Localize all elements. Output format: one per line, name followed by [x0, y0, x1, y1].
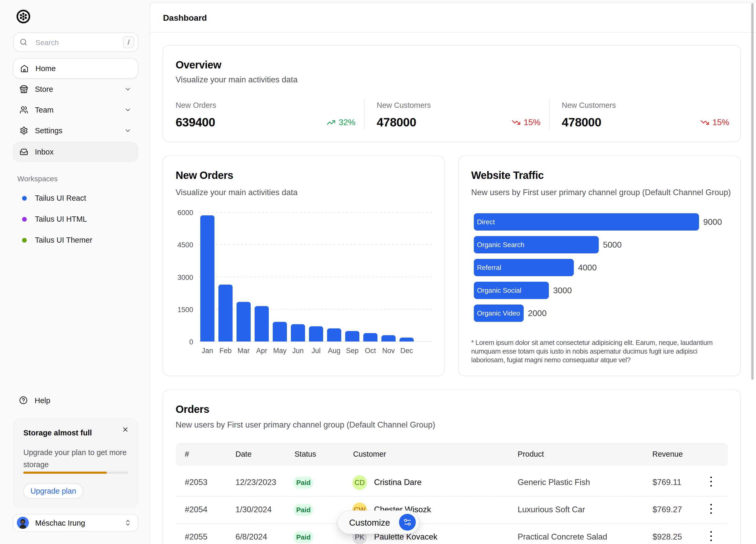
svg-text:Sep: Sep [346, 347, 359, 355]
svg-text:0: 0 [189, 338, 193, 346]
svg-text:6000: 6000 [177, 209, 193, 217]
svg-text:1500: 1500 [177, 306, 193, 314]
svg-text:Apr: Apr [256, 347, 267, 355]
svg-text:Aug: Aug [328, 347, 340, 355]
svg-text:Feb: Feb [219, 347, 232, 355]
svg-text:Oct: Oct [365, 347, 376, 355]
svg-text:4500: 4500 [177, 241, 193, 249]
svg-text:Mar: Mar [238, 347, 250, 355]
svg-text:Nov: Nov [382, 347, 395, 355]
svg-text:Jul: Jul [312, 347, 321, 355]
svg-text:Dec: Dec [400, 347, 413, 355]
svg-text:Jun: Jun [292, 347, 304, 355]
svg-text:May: May [273, 347, 287, 355]
svg-text:Jan: Jan [202, 347, 213, 355]
svg-text:3000: 3000 [177, 273, 193, 281]
